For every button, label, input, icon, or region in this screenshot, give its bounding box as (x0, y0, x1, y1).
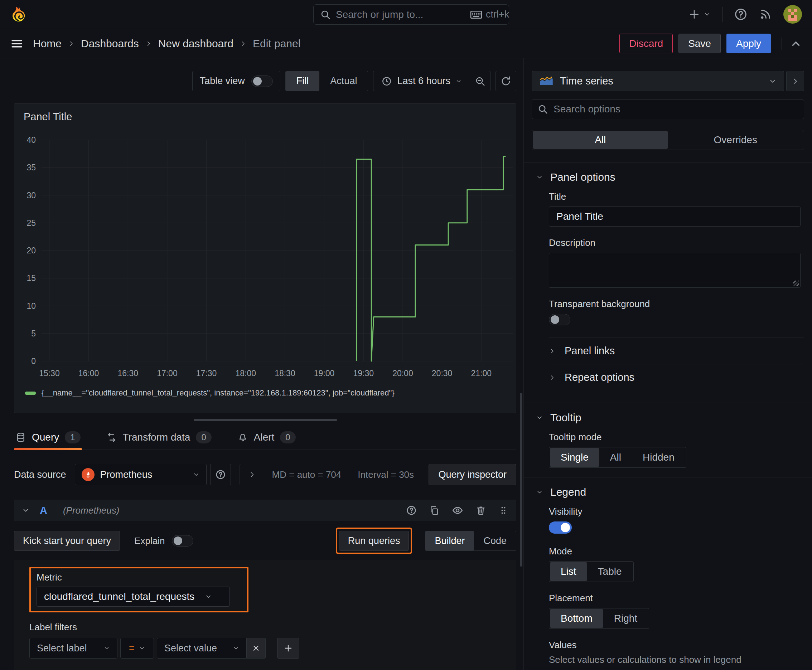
panel-links-section[interactable]: Panel links (549, 337, 804, 364)
tooltip-all-option[interactable]: All (599, 448, 632, 467)
metric-select[interactable]: cloudflared_tunnel_total_requests (37, 587, 230, 607)
query-toolbar: Kick start your query Explain Run querie… (14, 528, 516, 554)
transparent-background-toggle[interactable] (549, 314, 570, 325)
news-icon[interactable] (759, 8, 772, 21)
kick-start-button[interactable]: Kick start your query (14, 531, 120, 551)
legend-section[interactable]: Legend (532, 477, 804, 506)
legend-mode-label: Mode (549, 546, 804, 557)
remove-query-icon[interactable] (475, 505, 486, 516)
duplicate-query-icon[interactable] (429, 505, 440, 516)
metric-annotation: Metric cloudflared_tunnel_total_requests (29, 567, 249, 612)
label-filters-label: Label filters (29, 622, 516, 633)
tab-alert[interactable]: Alert 0 (236, 428, 297, 449)
builder-option[interactable]: Builder (425, 531, 474, 550)
tooltip-section[interactable]: Tooltip (532, 403, 804, 431)
svg-text:19:00: 19:00 (314, 369, 335, 378)
run-queries-button[interactable]: Run queries (339, 531, 409, 551)
viz-suggestions-button[interactable] (786, 71, 804, 91)
breadcrumb-dashboards[interactable]: Dashboards (81, 37, 139, 50)
placement-bottom[interactable]: Bottom (550, 609, 603, 628)
query-row-header[interactable]: A (Prometheus) (14, 500, 516, 521)
select-label-dropdown[interactable]: Select label (29, 638, 117, 658)
run-queries-annotation: Run queries (336, 528, 412, 554)
user-avatar[interactable] (783, 5, 802, 24)
time-range-picker[interactable]: Last 6 hours (373, 71, 470, 91)
repeat-options-section[interactable]: Repeat options (549, 364, 804, 391)
breadcrumb-new-dashboard[interactable]: New dashboard (158, 37, 234, 50)
explain-label: Explain (134, 535, 165, 546)
query-help-icon[interactable] (406, 505, 417, 516)
scrollbar[interactable] (520, 393, 522, 567)
menu-icon[interactable] (10, 37, 24, 51)
query-options-collapsed[interactable]: MD = auto = 704 Interval = 30s (239, 464, 442, 485)
add-filter-button[interactable] (277, 638, 299, 658)
svg-text:35: 35 (27, 163, 36, 172)
chevron-down-icon (103, 645, 110, 651)
alert-count-badge: 0 (280, 431, 295, 443)
svg-text:15:30: 15:30 (39, 369, 60, 378)
pane-resize-handle[interactable] (194, 419, 337, 421)
breadcrumb-home[interactable]: Home (33, 37, 61, 50)
remove-filter-button[interactable] (247, 638, 266, 658)
global-search[interactable]: ctrl+k (313, 4, 509, 25)
query-inspector-button[interactable]: Query inspector (429, 464, 516, 485)
explain-control: Explain (134, 535, 193, 546)
save-button[interactable]: Save (678, 34, 721, 53)
visualization-picker[interactable]: Time series (532, 71, 784, 91)
explain-toggle[interactable] (172, 535, 193, 546)
chart-legend[interactable]: {__name__="cloudflared_tunnel_total_requ… (14, 388, 516, 398)
select-value-dropdown[interactable]: Select value (157, 638, 247, 658)
discard-button[interactable]: Discard (619, 34, 673, 53)
chevron-right-icon (240, 41, 246, 47)
tab-transform-data[interactable]: Transform data 0 (105, 428, 213, 449)
options-search-input[interactable] (532, 99, 804, 119)
chevron-down-icon[interactable] (22, 506, 30, 514)
grafana-logo-icon[interactable] (10, 5, 28, 23)
collapse-options-icon[interactable] (781, 37, 802, 50)
svg-text:15: 15 (27, 273, 36, 283)
svg-text:18:30: 18:30 (275, 369, 295, 378)
tooltip-single-option[interactable]: Single (550, 448, 599, 467)
panel-options-section[interactable]: Panel options (532, 162, 804, 191)
datasource-picker[interactable]: Prometheus (75, 464, 207, 485)
apply-button[interactable]: Apply (726, 34, 771, 53)
chevron-right-icon (549, 374, 555, 381)
chevron-down-icon (769, 77, 776, 85)
timeseries-chart[interactable]: 051015202530354015:3016:0016:3017:0017:3… (14, 126, 515, 381)
operator-dropdown[interactable]: = (120, 638, 154, 658)
chevron-right-icon (68, 41, 75, 47)
tab-query[interactable]: Query 1 (14, 428, 82, 449)
chevron-down-icon (536, 489, 543, 496)
top-bar: ctrl+k (0, 0, 812, 29)
legend-mode-table[interactable]: Table (587, 562, 632, 581)
time-zoom-out-button[interactable] (470, 71, 490, 91)
timeseries-viz-icon (539, 76, 554, 86)
query-builder: Metric cloudflared_tunnel_total_requests… (14, 560, 516, 670)
panel-title-input[interactable] (549, 206, 800, 227)
table-view-toggle[interactable] (251, 76, 273, 87)
legend-placement-label: Placement (549, 593, 804, 604)
new-menu-button[interactable] (688, 8, 711, 20)
legend-visibility-toggle[interactable] (549, 521, 572, 534)
max-data-points: MD = auto = 704 (272, 469, 342, 481)
topbar-divider (722, 7, 722, 22)
series-label[interactable]: {__name__="cloudflared_tunnel_total_requ… (42, 388, 395, 398)
drag-query-icon[interactable] (498, 505, 509, 515)
resize-grip-icon[interactable] (793, 281, 799, 286)
fill-option[interactable]: Fill (286, 71, 320, 91)
actual-option[interactable]: Actual (319, 71, 368, 91)
legend-mode-list[interactable]: List (550, 562, 587, 581)
tooltip-hidden-option[interactable]: Hidden (632, 448, 685, 467)
code-option[interactable]: Code (474, 531, 516, 550)
datasource-help-button[interactable] (210, 464, 231, 485)
hide-query-icon[interactable] (452, 505, 463, 516)
placement-right[interactable]: Right (603, 609, 648, 628)
description-textarea[interactable] (549, 253, 800, 288)
refresh-button[interactable] (495, 71, 516, 91)
options-tab-overrides[interactable]: Overrides (668, 131, 804, 149)
label-filters-row: Select label = Select value (29, 638, 516, 658)
options-tab-all[interactable]: All (533, 131, 668, 149)
help-icon[interactable] (734, 7, 748, 21)
keyboard-icon (470, 10, 482, 19)
global-search-input[interactable] (336, 9, 465, 20)
